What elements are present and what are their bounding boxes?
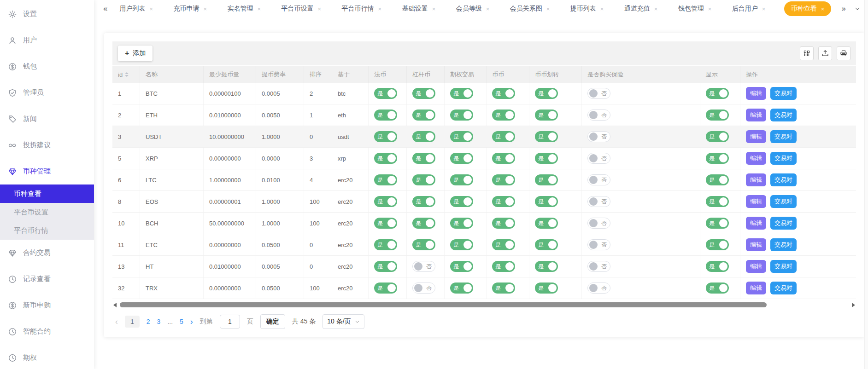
sidebar-subitem[interactable]: 平台币行情 [0,221,94,240]
option-toggle[interactable]: 是 [450,153,473,164]
transfer-toggle[interactable]: 是 [535,239,558,250]
leverage-toggle[interactable]: 是 [412,239,435,250]
tab[interactable]: 基础设置× [400,2,438,16]
edit-button[interactable]: 编辑 [746,87,766,100]
print-icon-button[interactable] [837,46,850,60]
option-toggle[interactable]: 是 [450,110,473,121]
edit-button[interactable]: 编辑 [746,130,766,143]
leverage-toggle[interactable]: 是 [412,88,435,99]
coin-toggle[interactable]: 是 [492,174,515,185]
page-number[interactable]: 3 [157,318,161,325]
transfer-toggle[interactable]: 是 [535,153,558,164]
leverage-toggle[interactable]: 是 [412,218,435,229]
coin-toggle[interactable]: 是 [492,239,515,250]
coin-toggle[interactable]: 是 [492,283,515,294]
page-number[interactable]: 5 [180,318,183,325]
tab-close-icon[interactable]: × [708,6,712,12]
transfer-toggle[interactable]: 是 [535,283,558,294]
tab[interactable]: 钱包管理× [676,2,714,16]
sidebar-item[interactable]: 合约交易 [0,240,94,266]
leverage-toggle[interactable]: 否 [412,283,435,294]
edit-button[interactable]: 编辑 [746,217,766,230]
sidebar-item[interactable]: 管理员 [0,80,94,106]
fiat-toggle[interactable]: 是 [374,153,397,164]
edit-button[interactable]: 编辑 [746,173,766,186]
fiat-toggle[interactable]: 是 [374,131,397,142]
option-toggle[interactable]: 是 [450,88,473,99]
edit-button[interactable]: 编辑 [746,238,766,251]
edit-button[interactable]: 编辑 [746,282,766,294]
show-toggle[interactable]: 是 [706,283,729,294]
page-number[interactable]: 1 [125,316,140,328]
page-scrollbar[interactable] [864,0,868,369]
insurance-toggle[interactable]: 否 [587,110,610,121]
leverage-toggle[interactable]: 是 [412,110,435,121]
tabs-scroll-left-icon[interactable]: « [103,4,107,13]
fiat-toggle[interactable]: 是 [374,218,397,229]
transfer-toggle[interactable]: 是 [535,218,558,229]
sidebar-item[interactable]: 智能合约 [0,318,94,345]
scroll-left-arrow-icon[interactable] [113,303,117,307]
tab-close-icon[interactable]: × [486,6,490,12]
tab[interactable]: 通道充值× [622,2,660,16]
option-toggle[interactable]: 是 [450,218,473,229]
option-toggle[interactable]: 是 [450,239,473,250]
leverage-toggle[interactable]: 是 [412,153,435,164]
tab[interactable]: 平台币设置× [280,2,323,16]
tab[interactable]: 会员等级× [454,2,492,16]
pairs-button[interactable]: 交易对 [770,260,797,273]
tab[interactable]: 实名管理× [226,2,263,16]
columns-icon-button[interactable] [800,46,814,60]
show-toggle[interactable]: 是 [706,131,729,142]
page-size-select[interactable]: 10 条/页 [323,314,364,329]
insurance-toggle[interactable]: 否 [587,283,610,294]
next-page-button[interactable]: › [190,317,193,326]
fiat-toggle[interactable]: 是 [374,110,397,121]
insurance-toggle[interactable]: 否 [587,88,610,99]
sidebar-item[interactable]: 记录查看 [0,266,94,292]
transfer-toggle[interactable]: 是 [535,110,558,121]
tab-close-icon[interactable]: × [432,6,436,12]
coin-toggle[interactable]: 是 [492,131,515,142]
confirm-button[interactable]: 确定 [260,314,285,329]
insurance-toggle[interactable]: 否 [587,174,610,185]
insurance-toggle[interactable]: 否 [587,196,610,207]
coin-toggle[interactable]: 是 [492,261,515,272]
edit-button[interactable]: 编辑 [746,260,766,273]
sidebar-item[interactable]: 投拆建议 [0,132,94,158]
tab-close-icon[interactable]: × [546,6,550,12]
column-header[interactable]: id [112,66,140,83]
goto-page-input[interactable] [220,315,240,329]
edit-button[interactable]: 编辑 [746,152,766,165]
fiat-toggle[interactable]: 是 [374,174,397,185]
show-toggle[interactable]: 是 [706,174,729,185]
fiat-toggle[interactable]: 是 [374,88,397,99]
tab-close-icon[interactable]: × [149,6,153,12]
pairs-button[interactable]: 交易对 [770,109,797,121]
pairs-button[interactable]: 交易对 [770,282,797,294]
leverage-toggle[interactable]: 是 [412,196,435,207]
sidebar-item[interactable]: 期权 [0,345,94,369]
sidebar-subitem[interactable]: 平台币设置 [0,203,94,221]
fiat-toggle[interactable]: 是 [374,196,397,207]
option-toggle[interactable]: 是 [450,261,473,272]
show-toggle[interactable]: 是 [706,153,729,164]
sidebar-subitem[interactable]: 币种查看 [0,184,94,203]
sidebar-item[interactable]: 币种管理 [0,158,94,184]
show-toggle[interactable]: 是 [706,110,729,121]
sidebar-item[interactable]: 新币申购 [0,292,94,318]
tab-close-icon[interactable]: × [654,6,658,12]
show-toggle[interactable]: 是 [706,218,729,229]
tab-close-icon[interactable]: × [600,6,604,12]
sidebar-item[interactable]: 钱包 [0,53,94,80]
show-toggle[interactable]: 是 [706,196,729,207]
pairs-button[interactable]: 交易对 [770,152,797,165]
tab[interactable]: 会员关系图× [508,2,552,16]
transfer-toggle[interactable]: 是 [535,196,558,207]
tab-close-icon[interactable]: × [258,6,261,12]
coin-toggle[interactable]: 是 [492,218,515,229]
fiat-toggle[interactable]: 是 [374,261,397,272]
transfer-toggle[interactable]: 是 [535,88,558,99]
page-number[interactable]: 2 [147,318,150,325]
tab[interactable]: 后台用户× [730,2,768,16]
